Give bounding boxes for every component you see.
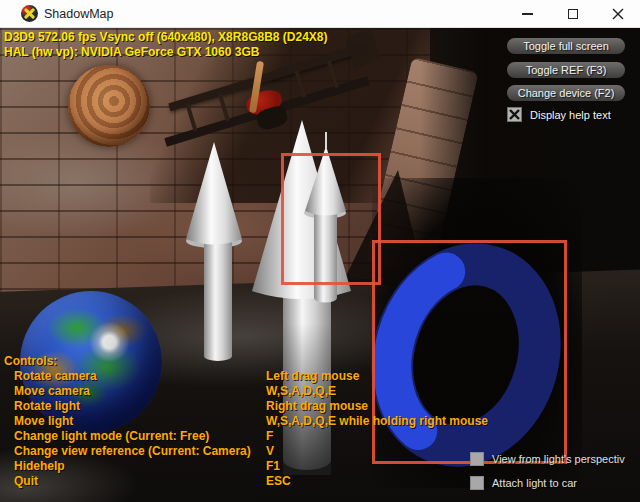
help-line: Quit	[4, 474, 251, 489]
maximize-button[interactable]	[550, 0, 595, 28]
help-line: Rotate camera	[4, 369, 251, 384]
help-line: Hidehelp	[4, 459, 251, 474]
left-arrow-cone	[186, 142, 242, 245]
stats-line-1: D3D9 572.06 fps Vsync off (640x480), X8R…	[4, 30, 328, 44]
toggle-ref-button[interactable]: Toggle REF (F3)	[507, 62, 625, 78]
light-perspective-label: View from light's perspectiv	[492, 453, 625, 465]
help-key: Right drag mouse	[266, 399, 488, 414]
display-help-label: Display help text	[530, 109, 611, 121]
help-key: V	[266, 444, 488, 459]
maximize-icon	[568, 9, 578, 19]
help-key: W,S,A,D,Q,E while holding right mouse	[266, 414, 488, 429]
stats-line-2: HAL (hw vp): NVIDIA GeForce GTX 1060 3GB	[4, 45, 259, 59]
minimize-icon	[522, 13, 533, 15]
check-x-icon	[509, 109, 520, 120]
annotation-box-small	[281, 153, 381, 285]
left-arrow-shaft	[204, 242, 232, 361]
close-icon	[612, 8, 624, 20]
light-perspective-row: View from light's perspectiv	[470, 452, 625, 466]
light-perspective-checkbox[interactable]	[470, 452, 484, 466]
help-line: Move camera	[4, 384, 251, 399]
help-line: Change view reference (Current: Camera)	[4, 444, 251, 459]
attach-light-row: Attach light to car	[470, 476, 577, 490]
help-line: Change light mode (Current: Free)	[4, 429, 251, 444]
directx-app-icon	[21, 5, 38, 22]
close-button[interactable]	[595, 0, 640, 28]
app-window: ShadowMap	[0, 0, 640, 502]
help-keys-column: Left drag mouse W,S,A,D,Q,E Right drag m…	[266, 369, 488, 489]
display-help-checkbox-row: Display help text	[507, 107, 611, 122]
help-line: Move light	[4, 414, 251, 429]
help-controls-header: Controls:	[4, 354, 251, 369]
render-viewport[interactable]: D3D9 572.06 fps Vsync off (640x480), X8R…	[0, 28, 640, 502]
help-key: ESC	[266, 474, 488, 489]
small-arrow-needle	[325, 132, 327, 148]
display-help-checkbox[interactable]	[507, 107, 522, 122]
attach-light-checkbox[interactable]	[470, 476, 484, 490]
title-bar[interactable]: ShadowMap	[0, 0, 640, 28]
toggle-fullscreen-button[interactable]: Toggle full screen	[507, 38, 625, 54]
window-title: ShadowMap	[44, 7, 114, 21]
help-key: F	[266, 429, 488, 444]
help-key: F1	[266, 459, 488, 474]
help-line: Rotate light	[4, 399, 251, 414]
minimize-button[interactable]	[505, 0, 550, 28]
attach-light-label: Attach light to car	[492, 477, 577, 489]
help-key: W,S,A,D,Q,E	[266, 384, 488, 399]
help-controls-column: Controls: Rotate camera Move camera Rota…	[4, 354, 251, 489]
change-device-button[interactable]: Change device (F2)	[507, 85, 625, 101]
help-key: Left drag mouse	[266, 369, 488, 384]
